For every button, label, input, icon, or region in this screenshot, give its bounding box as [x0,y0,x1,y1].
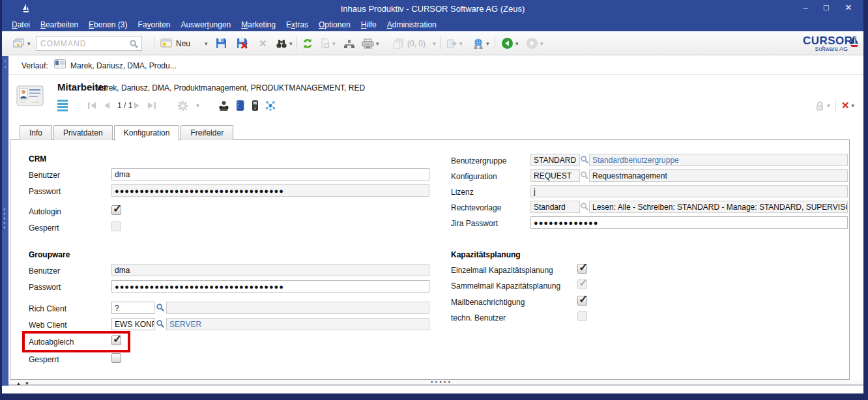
logo-brand: CURSOR [803,35,853,47]
splitter-arrows[interactable]: ▲▼ [16,381,33,386]
export-icon [446,38,457,49]
gw-passwort-field[interactable]: ●●●●●●●●●●●●●●●●●●●●●●●●●●●●●●●●●● [111,280,429,293]
main-toolbar: ▾ Neu ▾ ✕ ▾ ▾ [2,31,863,55]
list-view-icon[interactable] [57,100,68,111]
navigate-forward-button[interactable]: ▾ [526,36,543,50]
benutzergruppe-key-field[interactable]: STANDARD [530,154,580,166]
search-icon[interactable] [129,39,139,49]
first-record-button[interactable] [87,102,96,109]
forward-arrow-icon [526,37,538,50]
menu-bearbeiten[interactable]: Bearbeiten [35,19,83,31]
neu-button[interactable]: Neu [160,36,190,50]
minimize-button[interactable]: – [798,3,813,12]
crm-autologin-checkbox[interactable] [111,205,121,215]
tab-privatdaten[interactable]: Privatdaten [53,125,113,140]
splitter-drag-handle[interactable]: ●●●●● [431,380,452,384]
strip-drag-handle[interactable]: ● ● ● ● ● [3,207,6,230]
chevron-down-icon[interactable]: ▾ [851,102,854,109]
bottom-splitter[interactable]: ●●●●● [8,380,863,386]
benutzergruppe-value-link[interactable]: Standardbenutzergruppe [589,154,848,166]
tab-info[interactable]: Info [20,125,52,140]
mailbenachrichtigung-checkbox[interactable] [577,296,587,306]
toolbar-separator [154,36,154,50]
crm-benutzer-label: Benutzer [29,171,60,180]
save-floppy-icon [216,38,227,49]
new-record-icon [160,38,173,48]
menu-marketing[interactable]: Marketing [236,19,281,31]
close-button[interactable]: ✕ [841,3,856,12]
chevron-down-icon[interactable]: ▾ [827,102,830,109]
export-button[interactable]: ▾ [446,36,463,50]
menu-extras[interactable]: Extras [281,19,313,31]
close-record-button[interactable]: ✕ [841,100,850,111]
menu-auswertungen[interactable]: Auswertungen [176,19,237,31]
new-document-button[interactable]: ▾ [320,36,336,50]
jira-passwort-field[interactable]: ●●●●●●●●●●●●● [530,216,848,229]
search-records-button[interactable]: ▾ [276,36,293,50]
command-input[interactable] [36,36,142,51]
rich-client-key-field[interactable]: ? [111,302,154,314]
lookup-search-icon[interactable] [580,202,589,211]
toolbar-separator [835,100,836,111]
record-header: Mitarbeiter Marek, Dariusz, DMA, Produkt… [8,75,863,122]
konfiguration-label: Konfiguration [451,172,497,181]
last-record-button[interactable] [147,102,156,109]
delete-button[interactable]: ✕ [259,36,267,50]
address-book-icon [236,100,246,111]
expand-right-icon[interactable]: › [3,64,8,70]
lookup-search-icon[interactable] [156,319,165,328]
gw-benutzer-field[interactable]: dma [111,264,429,276]
application-window: Inhaus Produktiv - CURSOR Software AG (Z… [2,0,863,393]
menu-favoriten[interactable]: Favoriten [132,19,175,31]
rechtevorlage-key-field[interactable]: Standard [530,201,580,213]
einzelmail-checkbox[interactable] [577,264,587,274]
actions-gear-button[interactable] [177,100,188,111]
selection-stack-button[interactable] [393,36,404,50]
crm-autologin-label: Autologin [29,207,61,216]
lizenz-field[interactable]: j [530,185,848,197]
web-client-key-field[interactable]: EWS KONFI [111,318,154,330]
search-person-button[interactable] [218,100,230,111]
chevron-down-icon[interactable]: ▾ [196,102,199,109]
lookup-search-icon[interactable] [156,303,165,312]
rechtevorlage-label: Rechtevorlage [451,203,501,212]
relations-button[interactable] [265,100,276,111]
tab-freifelder[interactable]: Freifelder [181,125,233,140]
previous-record-button[interactable] [102,102,110,109]
lookup-search-icon[interactable] [580,155,589,164]
address-book-button[interactable] [236,100,246,111]
crm-benutzer-field[interactable]: dma [111,168,429,180]
history-entry[interactable]: Marek, Dariusz, DMA, Produ... [70,61,177,70]
menu-administration[interactable]: Administration [382,19,442,31]
menu-ebenen[interactable]: Ebenen (3) [83,19,132,31]
back-arrow-icon [501,37,514,50]
menu-hilfe[interactable]: Hilfe [356,19,382,31]
selection-dropdown[interactable]: ▾ [431,36,436,50]
crm-passwort-field[interactable]: ●●●●●●●●●●●●●●●●●●●●●●●●●●●●●●●●●● [111,184,429,197]
lookup-search-icon[interactable] [580,171,589,180]
save-close-button[interactable] [237,36,248,50]
gw-gesperrt-checkbox[interactable] [111,353,121,363]
merge-button[interactable] [343,36,355,50]
logo-sailboat-icon [849,35,860,49]
neu-dropdown[interactable]: ▾ [203,36,208,50]
tab-konfiguration[interactable]: Konfiguration [114,125,180,141]
autoabgleich-checkbox[interactable] [111,336,121,345]
menu-datei[interactable]: Datei [7,19,35,31]
menu-optionen[interactable]: Optionen [313,19,356,31]
refresh-button[interactable] [302,36,313,50]
navigate-back-button[interactable]: ▾ [501,36,519,50]
lock-record-button[interactable] [815,100,825,111]
save-button[interactable] [216,36,227,50]
next-record-button[interactable] [134,102,141,109]
command-scope-button[interactable]: ▾ [12,36,31,50]
phone-button[interactable] [252,100,259,111]
web-client-value-link[interactable]: SERVER [166,318,429,330]
user-session-button[interactable]: ▾ [472,36,489,50]
konfiguration-key-field[interactable]: REQUEST [530,169,580,182]
print-button[interactable]: ▾ [362,36,379,50]
left-collapse-strip[interactable]: ‹ › ● ● ● ● ● [2,56,8,386]
crm-passwort-label: Passwort [29,187,61,196]
chevron-down-icon: ▾ [459,40,463,47]
maximize-button[interactable]: □ [819,3,833,12]
